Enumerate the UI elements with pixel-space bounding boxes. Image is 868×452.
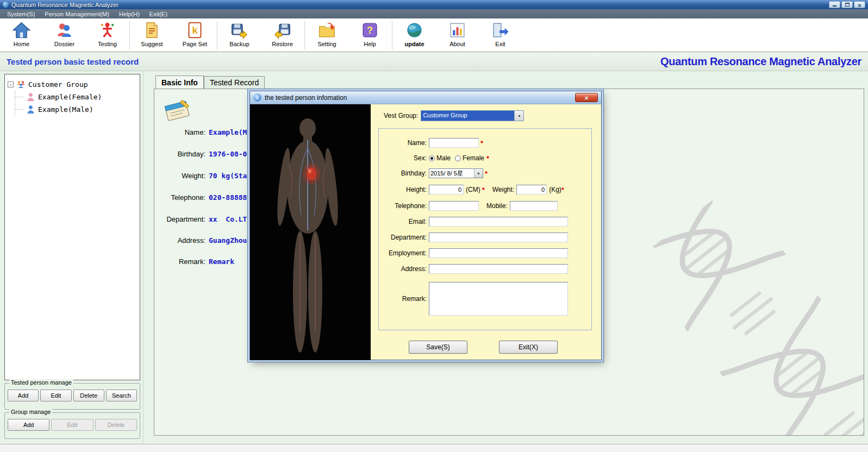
save-button[interactable]: Save(S)	[409, 341, 467, 354]
toolbar-label: Dossier	[54, 41, 74, 47]
minimize-button[interactable]	[829, 1, 840, 8]
toolbar-button-exit[interactable]: Exit	[479, 21, 522, 47]
address-input[interactable]	[429, 264, 568, 274]
page-set-icon	[186, 21, 204, 39]
testing-icon	[98, 21, 116, 39]
sex-female-radio[interactable]: Female	[455, 154, 484, 162]
dropdown-arrow-icon[interactable]	[474, 169, 483, 178]
birthday-date-picker[interactable]: 2015/ 8/ 5星	[429, 168, 483, 178]
field-value: xx Co.LTD	[209, 215, 251, 223]
basic-info-row: Weight: 70 kg(Stan	[159, 172, 251, 180]
vest-group-label: Vest Group:	[384, 112, 418, 120]
toolbar-label: Restore	[272, 41, 293, 47]
employment-label: Employment:	[379, 249, 427, 257]
toolbar-label: Help	[364, 41, 376, 47]
group-box-title: Group manage	[9, 409, 52, 415]
vest-group-value: Customer Group	[421, 111, 514, 121]
name-input[interactable]	[429, 138, 479, 148]
female-person-icon	[26, 92, 35, 102]
email-input[interactable]	[429, 217, 568, 227]
toolbar-button-suggest[interactable]: Suggest	[130, 21, 173, 47]
tab-basic-info[interactable]: Basic Info	[155, 76, 204, 89]
toolbar-button-page-set[interactable]: Page Set	[173, 21, 216, 47]
radio-label: Female	[463, 154, 484, 162]
menu-person-management[interactable]: Person Management(M)	[40, 10, 114, 18]
department-input[interactable]	[429, 233, 568, 242]
toolbar-button-testing[interactable]: Testing	[86, 21, 129, 47]
field-value: 1976-08-02	[209, 150, 251, 158]
tree-node-label: Customer Group	[28, 80, 88, 89]
left-panel-divider	[143, 71, 143, 444]
close-button[interactable]	[854, 1, 865, 8]
toolbar-button-dossier[interactable]: Dossier	[43, 21, 86, 47]
close-icon	[858, 0, 861, 10]
toolbar-button-help[interactable]: Help	[348, 21, 391, 47]
toolbar-button-about[interactable]: About	[436, 21, 479, 47]
person-fields-box: Name: * Sex: Male Female *	[378, 128, 592, 330]
weight-label: Weight:	[492, 186, 514, 193]
suggest-icon	[143, 21, 161, 39]
toolbar-label: Home	[14, 41, 29, 47]
employment-input[interactable]	[429, 248, 568, 258]
update-globe-icon	[405, 21, 423, 39]
tab-tested-record[interactable]: Tested Record	[204, 76, 265, 89]
basic-info-row: Name: Example(Ma	[159, 128, 251, 136]
tab-strip: Basic Info Tested Record	[154, 76, 864, 89]
field-label: Remark:	[159, 258, 205, 266]
dialog-form: Vest Group: Customer Group Name: * Sex: …	[371, 104, 601, 360]
basic-info-row: Birthday: 1976-08-02	[159, 150, 251, 158]
weight-input[interactable]	[516, 185, 547, 194]
menu-exit[interactable]: Exit(E)	[145, 10, 172, 18]
sex-male-radio[interactable]: Male	[429, 154, 451, 162]
menu-system[interactable]: System(S)	[2, 10, 40, 18]
setting-icon	[318, 21, 336, 39]
field-value: Example(Ma	[209, 128, 251, 136]
toolbar-label: Backup	[229, 41, 249, 47]
tree-node-example-female[interactable]: Example(Female)	[18, 91, 137, 103]
help-icon	[361, 21, 379, 39]
exit-button[interactable]: Exit(X)	[499, 341, 558, 354]
window-title: Quantum Resonance Magnetic Analyzer	[11, 2, 118, 8]
remark-textarea[interactable]	[429, 282, 568, 316]
height-input[interactable]	[429, 185, 464, 194]
person-delete-button[interactable]: Delete	[73, 390, 104, 401]
person-edit-button[interactable]: Edit	[40, 390, 71, 401]
tree-node-label: Example(Male)	[38, 105, 93, 114]
window-titlebar[interactable]: Quantum Resonance Magnetic Analyzer	[0, 0, 868, 9]
toolbar-button-restore[interactable]: Restore	[261, 21, 304, 47]
toolbar-button-update[interactable]: update	[393, 21, 436, 47]
birthday-value: 2015/ 8/ 5星	[429, 169, 474, 178]
dialog-title: the tested person infomation	[265, 94, 347, 102]
dropdown-arrow-icon[interactable]	[514, 111, 523, 121]
app-icon	[3, 2, 9, 8]
group-add-button[interactable]: Add	[8, 419, 49, 431]
collapse-icon[interactable]	[8, 81, 14, 87]
tree-node-example-male[interactable]: Example(Male)	[18, 103, 137, 116]
vest-group-dropdown[interactable]: Customer Group	[421, 110, 524, 121]
dialog-titlebar[interactable]: the tested person infomation	[250, 91, 601, 104]
mobile-input[interactable]	[510, 201, 558, 211]
basic-info-row: Department: xx Co.LTD	[159, 215, 251, 223]
dialog-close-button[interactable]	[575, 93, 598, 102]
required-mark: *	[482, 186, 485, 194]
person-search-button[interactable]: Search	[106, 390, 137, 401]
toolbar-label: Exit	[495, 41, 505, 47]
person-add-button[interactable]: Add	[8, 390, 39, 401]
toolbar-separator	[392, 21, 392, 49]
telephone-input[interactable]	[429, 201, 479, 211]
department-label: Department:	[379, 234, 427, 241]
weight-unit: (Kg)	[549, 186, 561, 193]
toolbar-button-setting[interactable]: Setting	[305, 21, 348, 47]
basic-info-row: Address: GuangZhou	[159, 236, 247, 244]
brand-title: Quantum Resonance Magnetic Analyzer	[660, 55, 861, 68]
dna-decoration	[633, 185, 864, 436]
maximize-button[interactable]	[841, 1, 853, 8]
tree-node-customer-group[interactable]: Customer Group	[8, 78, 137, 91]
height-label: Height:	[379, 186, 427, 193]
home-icon	[13, 21, 30, 39]
menu-help[interactable]: Help(H)	[114, 10, 145, 18]
mobile-label: Mobile:	[486, 202, 508, 210]
toolbar-button-home[interactable]: Home	[0, 21, 43, 47]
toolbar-button-backup[interactable]: Backup	[218, 21, 261, 47]
tested-person-manage-box: Tested person manage Add Edit Delete Sea…	[4, 383, 140, 410]
